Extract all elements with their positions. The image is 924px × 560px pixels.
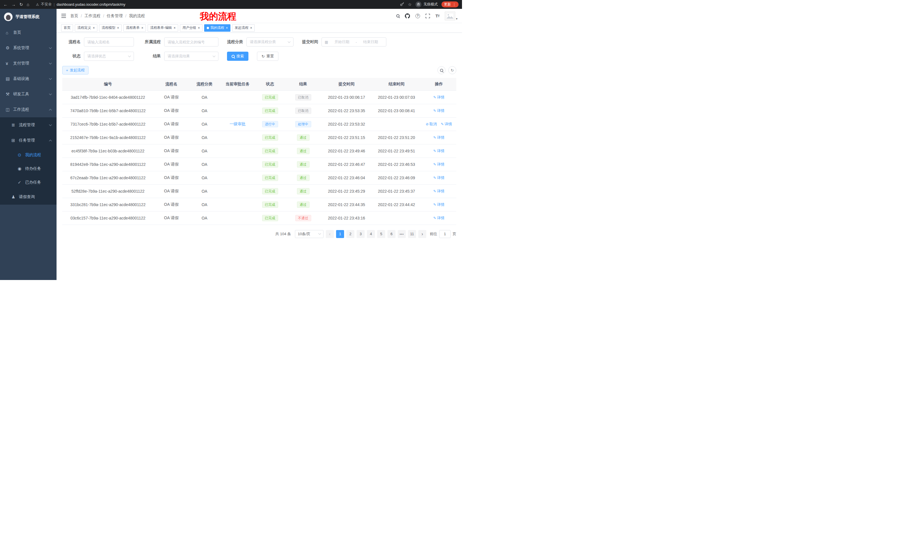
- detail-action[interactable]: ✎详情: [433, 202, 444, 207]
- sidebar-item[interactable]: ♟ 请假查询: [0, 189, 57, 205]
- sidebar-item-label: 首页: [13, 30, 51, 35]
- cell-status: 已完成: [255, 198, 285, 211]
- detail-action[interactable]: ✎详情: [433, 175, 444, 180]
- close-icon[interactable]: ×: [141, 26, 143, 30]
- create-process-button[interactable]: + 发起流程: [62, 66, 88, 75]
- detail-action[interactable]: ✎详情: [433, 189, 444, 194]
- fullscreen-icon[interactable]: [426, 14, 430, 18]
- sidebar-item[interactable]: ◉ 待办任务: [0, 162, 57, 175]
- cancel-icon: ⊘: [426, 122, 429, 126]
- font-size-icon[interactable]: TT: [435, 13, 440, 18]
- hamburger-icon[interactable]: [61, 14, 66, 18]
- close-icon[interactable]: ×: [250, 26, 252, 30]
- page-button[interactable]: 3: [357, 230, 364, 238]
- cell-status: 已完成: [255, 90, 285, 104]
- page-button[interactable]: 4: [367, 230, 375, 238]
- tab[interactable]: 首页: [61, 24, 73, 32]
- tab[interactable]: 发起流程 ×: [232, 24, 255, 32]
- breadcrumb-item[interactable]: / 我的流程: [125, 13, 145, 18]
- page-button[interactable]: •••: [398, 230, 406, 238]
- submit-time-range-picker[interactable]: ▦ 开始日期 - 结束日期: [321, 37, 386, 46]
- page-button[interactable]: 5: [377, 230, 385, 238]
- search-button[interactable]: 搜索: [227, 52, 248, 61]
- sidebar-item[interactable]: ⊞ 任务管理: [0, 133, 57, 148]
- close-icon[interactable]: ×: [117, 26, 119, 30]
- sidebar-item[interactable]: ⚒ 研发工具: [0, 87, 57, 102]
- detail-action[interactable]: ✎详情: [433, 148, 444, 154]
- app-logo[interactable]: 芋道管理系统: [0, 9, 57, 25]
- detail-action[interactable]: ✎详情: [441, 121, 452, 127]
- github-icon[interactable]: [405, 13, 410, 18]
- browser-home-icon[interactable]: ⌂: [27, 2, 29, 7]
- detail-action[interactable]: ✎详情: [433, 216, 444, 221]
- next-page-button[interactable]: ›: [418, 230, 426, 238]
- star-icon[interactable]: ☆: [408, 2, 412, 7]
- tab[interactable]: 用户分组 ×: [180, 24, 202, 32]
- sidebar-item[interactable]: ¥ 支付管理: [0, 55, 57, 71]
- prev-page-button[interactable]: ‹: [326, 230, 334, 238]
- tab[interactable]: 流程定义 ×: [75, 24, 98, 32]
- key-icon[interactable]: [400, 2, 404, 7]
- cell-submit-time: 2022-01-22 23:46:47: [321, 157, 372, 171]
- toggle-search-button[interactable]: [438, 66, 446, 74]
- page-button[interactable]: 6: [387, 230, 396, 238]
- user-menu[interactable]: ▾: [445, 12, 458, 20]
- column-header: 当前审批任务: [220, 78, 255, 90]
- payment-icon: ¥: [6, 61, 13, 66]
- close-icon[interactable]: ×: [226, 26, 228, 30]
- breadcrumb-item[interactable]: / 任务管理: [103, 13, 123, 18]
- sidebar-item[interactable]: ◫ 工作流程: [0, 102, 57, 117]
- close-icon[interactable]: ×: [198, 26, 200, 30]
- sidebar-item[interactable]: ⊙ 我的流程: [0, 148, 57, 162]
- table-row: 7317cec6-7b9b-11ec-b5b7-acde48001122 OA …: [62, 117, 456, 131]
- refresh-table-button[interactable]: ↻: [448, 66, 456, 74]
- address-bar[interactable]: ⚠ 不安全 | dashboard.yudao.iocoder.cn/bpm/t…: [36, 2, 125, 7]
- close-icon[interactable]: ×: [174, 26, 176, 30]
- cell-category: OA: [189, 211, 220, 225]
- sidebar-item[interactable]: ⚙ 系统管理: [0, 40, 57, 55]
- task-link[interactable]: 一级审批: [230, 121, 246, 126]
- breadcrumb-item[interactable]: / 工作流程: [81, 13, 100, 18]
- back-icon[interactable]: ←: [3, 2, 8, 7]
- forward-icon[interactable]: →: [11, 2, 16, 7]
- cell-current-task: [220, 90, 255, 104]
- sidebar-item[interactable]: ≣ 流程管理: [0, 117, 57, 133]
- avatar[interactable]: [445, 12, 455, 20]
- tab[interactable]: 我的流程 ×: [204, 24, 230, 32]
- cell-process-name: OA 请假: [154, 131, 189, 144]
- status-select[interactable]: 请选择状态: [84, 52, 134, 61]
- process-name-input[interactable]: [84, 37, 134, 46]
- edit-icon: ✎: [433, 189, 436, 193]
- detail-action[interactable]: ✎详情: [433, 108, 444, 113]
- cell-end-time: 2022-01-22 23:49:51: [372, 144, 422, 157]
- detail-action[interactable]: ✎详情: [433, 95, 444, 100]
- reload-icon[interactable]: ↻: [20, 2, 23, 7]
- goto-page-input[interactable]: [439, 230, 451, 238]
- close-icon[interactable]: ×: [93, 26, 95, 30]
- tab[interactable]: 流程表单-编辑 ×: [148, 24, 178, 32]
- detail-action[interactable]: ✎详情: [433, 135, 444, 140]
- help-icon[interactable]: ?: [416, 14, 420, 18]
- sidebar-item[interactable]: ⌂ 首页: [0, 25, 57, 40]
- more-vert-icon[interactable]: ⋮: [453, 3, 456, 7]
- sidebar-item[interactable]: ✓ 已办任务: [0, 175, 57, 189]
- category-select[interactable]: 请选择流程分类: [246, 37, 294, 46]
- cell-submit-time: 2022-01-22 23:44:35: [321, 198, 372, 211]
- cell-id: 03c6c157-7b9a-11ec-a290-acde48001122: [62, 211, 154, 225]
- page-button[interactable]: 2: [346, 230, 354, 238]
- update-button[interactable]: 更新 ⋮: [441, 1, 459, 7]
- reset-button[interactable]: ↻ 重置: [257, 52, 278, 61]
- edit-icon: ✎: [433, 136, 436, 139]
- process-definition-input[interactable]: [164, 37, 218, 46]
- sidebar-item[interactable]: ▤ 基础设施: [0, 71, 57, 87]
- page-button[interactable]: 11: [408, 230, 416, 238]
- breadcrumb-item[interactable]: / 首页: [70, 13, 78, 18]
- search-icon[interactable]: [396, 14, 399, 17]
- detail-action[interactable]: ✎详情: [433, 162, 444, 167]
- page-button[interactable]: 1: [336, 230, 344, 238]
- cancel-action[interactable]: ⊘取消: [426, 121, 437, 127]
- tab[interactable]: 流程模型 ×: [99, 24, 122, 32]
- result-select[interactable]: 请选择流结果: [164, 52, 218, 61]
- tab[interactable]: 流程表单 ×: [123, 24, 146, 32]
- page-size-select[interactable]: 10条/页: [295, 230, 324, 238]
